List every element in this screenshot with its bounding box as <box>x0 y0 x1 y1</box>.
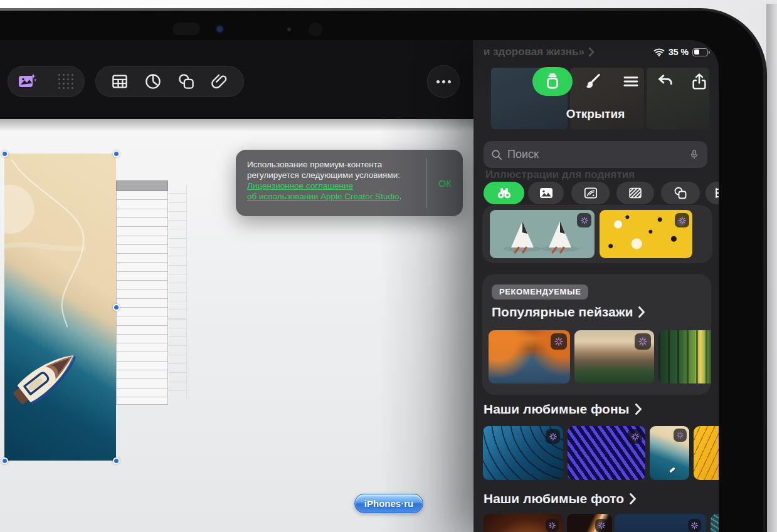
sparkle-badge-icon <box>628 429 642 444</box>
thumbnail-night-photo[interactable] <box>615 514 706 532</box>
section-heading-landscapes[interactable]: Популярные пейзажи <box>492 305 645 320</box>
view-options-button[interactable] <box>619 67 643 96</box>
media-sparkle-icon[interactable] <box>17 71 37 91</box>
share-icon <box>690 72 709 91</box>
attachment-icon[interactable] <box>209 71 230 91</box>
thumbnail-leaf-macro[interactable] <box>694 426 719 480</box>
search-icon <box>491 149 502 160</box>
media-toolbar-group <box>8 66 85 97</box>
stack-button-active[interactable] <box>532 67 573 96</box>
thumbnail-ducks-illustration[interactable] <box>490 210 595 258</box>
sparkle-badge-icon <box>675 213 689 227</box>
document-canvas[interactable]: Использование премиум-контента регулируе… <box>0 119 473 532</box>
sparkle-badge-icon <box>674 429 687 442</box>
shapes-icon[interactable] <box>176 71 196 91</box>
ipad-product-photo: Использование премиум-контента регулируе… <box>0 0 777 532</box>
mini-boat <box>669 467 675 472</box>
dimmed-heading-text: и здоровая жизнь» <box>484 46 584 58</box>
shoreline-path <box>4 154 116 354</box>
dimmed-background-text: Иллюстрации для поднятия <box>485 169 709 181</box>
illustrations-icon <box>583 186 599 200</box>
front-camera <box>217 26 223 32</box>
thumbnail-comet-photo[interactable] <box>567 514 612 532</box>
sparkle-badge-icon <box>577 213 591 227</box>
dots-grid-icon[interactable] <box>56 72 75 91</box>
battery-percent: 35 % <box>669 47 689 57</box>
recommended-card: РЕКОМЕНДУЕМЫЕ Популярные пейзажи <box>482 274 711 395</box>
sparkle-badge-icon <box>546 429 560 444</box>
editor-toolbar <box>0 40 473 119</box>
section-title: Популярные пейзажи <box>492 305 633 320</box>
selection-handle-mid-right[interactable] <box>113 304 120 311</box>
thumbnail-fern-photo[interactable] <box>711 514 719 532</box>
filter-chip-photos[interactable] <box>528 182 564 204</box>
filter-chip-shapes[interactable] <box>661 182 700 204</box>
license-link-2[interactable]: об использовании Apple Creator Studio <box>247 192 399 201</box>
format-button[interactable] <box>580 67 604 96</box>
filter-chip-discover[interactable] <box>484 182 524 204</box>
list-icon <box>713 186 719 200</box>
dialog-line1: Использование премиум-контента <box>247 160 382 169</box>
sparkle-badge-icon <box>688 519 701 532</box>
chevron-right-icon <box>638 306 645 318</box>
chevron-right-icon <box>588 47 595 57</box>
thumbnail-blue-terraces[interactable] <box>483 426 563 480</box>
section-title: Наши любимые фоны <box>484 402 630 417</box>
binoculars-icon <box>496 186 512 200</box>
selected-image-beach-aerial[interactable] <box>4 154 116 461</box>
sparkle-badge-icon <box>635 333 651 350</box>
insert-toolbar-group <box>95 66 244 97</box>
thumbnail-marble-texture[interactable] <box>600 210 692 258</box>
table-object[interactable] <box>116 180 168 405</box>
search-bar[interactable] <box>484 141 707 168</box>
sparkle-badge-icon <box>595 519 608 532</box>
stack-icon <box>543 72 562 91</box>
chart-icon[interactable] <box>143 71 163 91</box>
photos-icon <box>538 186 554 200</box>
front-sensor <box>172 23 200 35</box>
watermark-badge: iPhones·ru <box>354 494 423 513</box>
table-icon[interactable] <box>110 71 130 91</box>
thumbnail-beach-aerial[interactable] <box>650 426 689 480</box>
selection-handle-top-right[interactable] <box>113 150 120 157</box>
dimmed-background-heading: и здоровая жизнь» <box>484 46 595 58</box>
section-title: Наши любимые фото <box>484 491 624 506</box>
filter-chip-textures[interactable] <box>616 182 654 204</box>
share-button[interactable] <box>687 67 711 96</box>
battery-icon <box>692 48 708 56</box>
filter-chip-illustrations[interactable] <box>571 182 610 204</box>
more-button[interactable] <box>427 65 460 98</box>
chevron-right-icon <box>635 403 642 415</box>
suggestions-card <box>482 205 712 263</box>
thumbnail-sunlit-forest[interactable] <box>658 330 711 383</box>
recommended-badge: РЕКОМЕНДУЕМЫЕ <box>492 284 588 300</box>
sparkle-badge-icon <box>546 519 559 532</box>
view-options-icon <box>621 72 640 91</box>
paintbrush-icon <box>583 72 601 91</box>
section-heading-backgrounds[interactable]: Наши любимые фоны <box>484 402 642 417</box>
mic-icon[interactable] <box>689 147 700 162</box>
thumbnail-purple-pattern[interactable] <box>568 426 645 480</box>
wifi-icon <box>653 48 665 56</box>
thumbnail-cave-photo[interactable] <box>484 514 563 532</box>
discover-panel: и здоровая жизнь» 35 % <box>473 40 719 532</box>
ambient-sensor <box>287 28 291 31</box>
camera-lens <box>309 23 322 36</box>
license-link-1[interactable]: Лицензионное соглашение <box>247 181 353 190</box>
selection-handle-bottom-left[interactable] <box>1 457 8 464</box>
section-heading-photos[interactable]: Наши любимые фото <box>484 491 637 506</box>
table-header-row <box>116 180 168 191</box>
panel-title: Открытия <box>474 107 717 121</box>
selection-handle-top-left[interactable] <box>1 150 8 157</box>
selection-handle-bottom-right[interactable] <box>113 457 120 464</box>
shapes-icon <box>672 185 689 201</box>
undo-button[interactable] <box>653 67 677 96</box>
thumbnail-autumn-lake[interactable] <box>489 330 570 383</box>
search-input[interactable] <box>507 148 684 161</box>
device-drop-shadow <box>766 4 777 532</box>
thumbnail-mountain-valley[interactable] <box>574 330 654 383</box>
undo-icon <box>656 72 675 91</box>
textures-icon <box>627 186 643 200</box>
filter-chip-more[interactable] <box>706 182 719 204</box>
status-bar: 35 % <box>653 47 708 57</box>
